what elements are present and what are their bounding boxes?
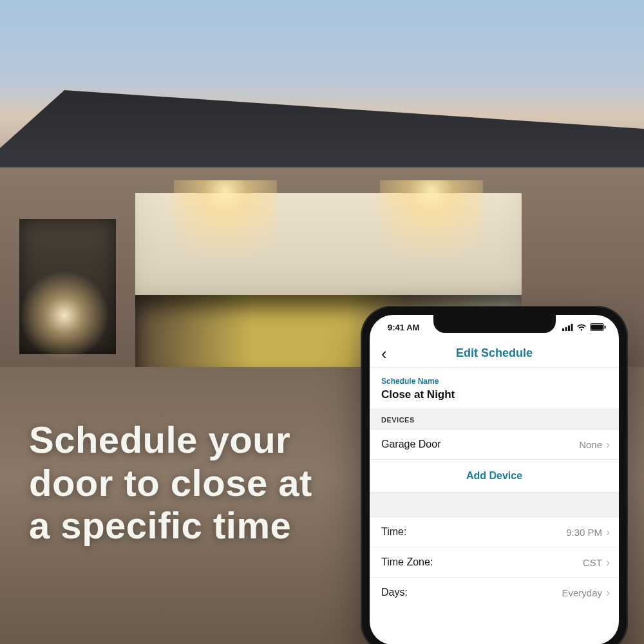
svg-rect-6 <box>605 326 606 329</box>
settings-row-value: Everyday <box>562 587 602 598</box>
schedule-name-field[interactable]: Schedule Name Close at Night <box>370 368 619 409</box>
page-title: Edit Schedule <box>456 346 533 360</box>
devices-header: DEVICES <box>370 409 619 430</box>
settings-row-label: Time: <box>381 526 406 538</box>
chevron-right-icon: › <box>606 556 610 568</box>
phone-notch <box>433 315 556 333</box>
device-row-value: None <box>579 439 602 450</box>
device-row-garage-door[interactable]: Garage Door None › <box>370 430 619 460</box>
svg-rect-2 <box>568 325 570 331</box>
schedule-name-value: Close at Night <box>381 388 607 401</box>
status-time: 9:41 AM <box>388 323 419 332</box>
settings-row-time[interactable]: Time: 9:30 PM › <box>370 517 619 547</box>
chevron-right-icon: › <box>606 587 610 598</box>
battery-icon <box>590 323 606 331</box>
settings-row-timezone[interactable]: Time Zone: CST › <box>370 547 619 578</box>
nav-header: ‹ Edit Schedule <box>370 339 619 368</box>
wifi-icon <box>576 324 587 331</box>
settings-row-label: Time Zone: <box>381 556 433 568</box>
settings-row-days[interactable]: Days: Everyday › <box>370 578 619 607</box>
settings-row-label: Days: <box>381 587 408 598</box>
section-spacer <box>370 493 619 517</box>
chevron-right-icon: › <box>606 439 610 450</box>
settings-row-value: 9:30 PM <box>566 527 602 538</box>
back-button[interactable]: ‹ <box>376 341 392 366</box>
add-device-button[interactable]: Add Device <box>370 460 619 493</box>
phone-frame: 9:41 AM ‹ Edit Schedule Schedule N <box>361 306 628 644</box>
device-row-label: Garage Door <box>381 439 441 450</box>
schedule-name-label: Schedule Name <box>381 377 607 386</box>
svg-rect-1 <box>565 327 567 331</box>
marketing-headline: Schedule your door to close at a specifi… <box>29 419 338 547</box>
settings-row-value: CST <box>583 557 602 568</box>
chevron-right-icon: › <box>606 526 610 538</box>
signal-icon <box>562 324 573 331</box>
svg-rect-3 <box>571 324 573 331</box>
phone-screen: 9:41 AM ‹ Edit Schedule Schedule N <box>370 315 619 644</box>
chevron-left-icon: ‹ <box>381 343 387 363</box>
svg-rect-5 <box>591 325 603 330</box>
svg-rect-0 <box>562 328 564 331</box>
